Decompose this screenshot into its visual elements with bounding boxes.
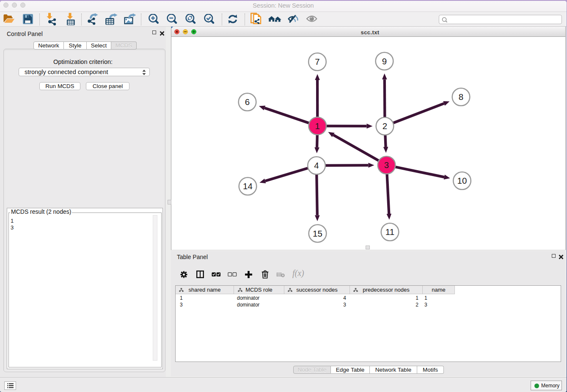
svg-text:14: 14 (243, 181, 253, 191)
svg-text:7: 7 (315, 57, 319, 66)
svg-text:3: 3 (384, 160, 389, 170)
svg-text:15: 15 (313, 229, 322, 238)
svg-text:10: 10 (457, 176, 467, 185)
svg-text:8: 8 (459, 92, 463, 102)
svg-text:6: 6 (245, 97, 250, 107)
svg-text:2: 2 (383, 121, 387, 131)
svg-text:4: 4 (314, 160, 319, 170)
svg-text:9: 9 (382, 56, 387, 66)
svg-text:11: 11 (385, 227, 394, 237)
svg-text:1: 1 (315, 121, 320, 131)
